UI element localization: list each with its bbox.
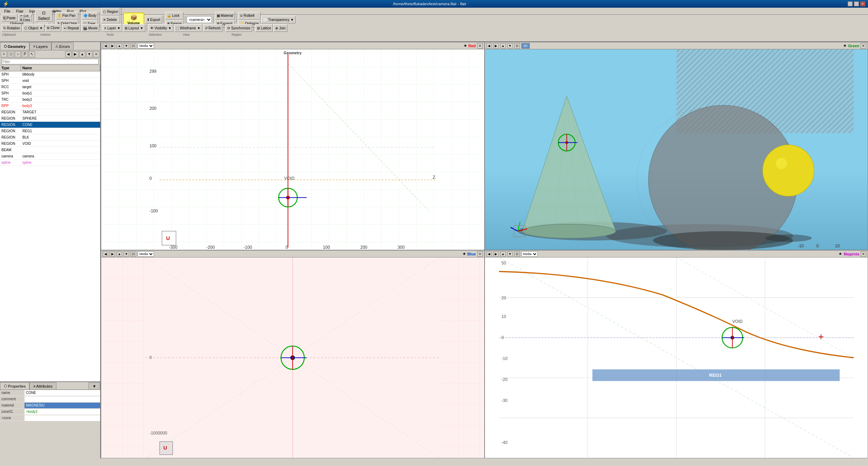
list-item[interactable]: REGION TARGET: [0, 109, 100, 115]
list-item[interactable]: SPH body1: [0, 90, 100, 97]
close-button[interactable]: ✕: [860, 1, 865, 6]
viewport-magenta[interactable]: ◀ ▶ ▲ ▼ ⊡ Media ★ Magenta ✕: [485, 250, 868, 458]
vp-blue-close[interactable]: ✕: [477, 251, 483, 257]
vp-blue-prev[interactable]: ◀: [103, 251, 108, 257]
rotbell-button[interactable]: ⊙ Rotbell: [238, 12, 261, 20]
prop-zone01-value[interactable]: +body2: [25, 409, 100, 415]
clone-button[interactable]: ⧉ Clone: [45, 24, 61, 32]
menu-flair[interactable]: Flair: [13, 8, 26, 14]
export-button[interactable]: ⬆ Export: [145, 16, 162, 23]
vp-red-next[interactable]: ▶: [110, 43, 115, 49]
list-item[interactable]: RCC target: [0, 84, 100, 90]
prop-material-value[interactable]: MAGNESIU: [25, 403, 100, 408]
list-item[interactable]: REGION SPHERE: [0, 115, 100, 122]
minimize-button[interactable]: −: [848, 1, 853, 6]
tab-geometry[interactable]: ⬡ Geometry: [0, 42, 29, 50]
refresh-button[interactable]: ↺ Refresh: [203, 24, 223, 32]
vp-magenta-next[interactable]: ▶: [493, 251, 499, 257]
prop-pluszone-value[interactable]: [25, 415, 100, 421]
vp-red-prev[interactable]: ◀: [103, 43, 108, 49]
vp-blue-fit[interactable]: ⊡: [131, 251, 136, 257]
object-button[interactable]: ⬡ Object ▼: [22, 24, 44, 32]
geo-p-button[interactable]: P: [22, 51, 28, 57]
lock-button[interactable]: 🔒 Lock: [165, 12, 183, 20]
list-item[interactable]: SPH blkbody: [0, 71, 100, 78]
vp-3d-close[interactable]: ✕: [861, 43, 866, 49]
prop-comment-value[interactable]: [25, 396, 100, 402]
movie-button[interactable]: 🎬 Movie: [81, 24, 99, 32]
vp-blue-up[interactable]: ▲: [117, 251, 122, 257]
vp-3d-next[interactable]: ▶: [493, 43, 499, 49]
viewport-red[interactable]: ◀ ▶ ▲ ▼ ⊡ Media ★ Red ✕ Geometry: [101, 42, 485, 250]
vp-3d-prev[interactable]: ◀: [486, 43, 492, 49]
select-button[interactable]: ⊡ Select: [35, 9, 53, 22]
region-button[interactable]: ⬡ Region: [101, 8, 120, 15]
geo-type-button[interactable]: ⬡: [8, 51, 14, 57]
list-item[interactable]: REGION REG1: [0, 128, 100, 134]
cut-button[interactable]: ✂ Cut: [18, 14, 32, 17]
list-item[interactable]: BEAM: [0, 147, 100, 153]
geo-cursor-button[interactable]: ↖: [29, 51, 35, 57]
repeat-button[interactable]: ↩ Repeat: [62, 24, 81, 32]
lattice-button[interactable]: ⊞ Lattice: [255, 24, 273, 32]
list-item[interactable]: TRC body2: [0, 97, 100, 103]
filter-input[interactable]: [1, 59, 99, 64]
layout-button[interactable]: ⊞ Layout ▼: [123, 24, 145, 32]
list-item[interactable]: camera camera: [0, 153, 100, 160]
list-item-spline[interactable]: spline spline: [0, 160, 100, 166]
join-button[interactable]: ⊕ Join: [273, 24, 287, 32]
pan-button[interactable]: ✋ PanPan: [56, 12, 78, 20]
copy-button[interactable]: ⧉ Copy: [18, 18, 32, 21]
body-button[interactable]: 🔷 Body: [82, 12, 98, 20]
vp-3d-down[interactable]: ▼: [507, 43, 513, 49]
camera-select[interactable]: <camera>: [187, 16, 212, 23]
maximize-button[interactable]: □: [854, 1, 859, 6]
geo-add-button[interactable]: +: [1, 51, 7, 57]
material-button[interactable]: ▦ Material: [215, 12, 235, 20]
list-item[interactable]: REGION BLK: [0, 134, 100, 141]
layer-button[interactable]: ≡ Layer ▼: [103, 24, 122, 32]
tab-errors[interactable]: ⚠ Errors: [51, 42, 74, 50]
tab-attributes[interactable]: ≡ Attributes: [29, 382, 56, 389]
vp-3d-fit[interactable]: ⊡: [514, 43, 520, 49]
wireframe-button[interactable]: ⬚ Wireframe ▼: [174, 24, 202, 32]
geo-circle-button[interactable]: ○: [15, 51, 21, 57]
vp-red-close[interactable]: ✕: [477, 43, 483, 49]
vp-magenta-down[interactable]: ▼: [507, 251, 513, 257]
vp-3d-mode[interactable]: 3D: [521, 43, 530, 49]
geo-menu[interactable]: ≡: [93, 51, 99, 57]
vp-magenta-prev[interactable]: ◀: [486, 251, 492, 257]
vp-red-fit[interactable]: ⊡: [131, 43, 136, 49]
prop-name-value[interactable]: CONE: [25, 390, 100, 396]
geo-nav-next[interactable]: ▶: [72, 51, 78, 57]
delete-button[interactable]: ✕ Delete: [101, 16, 120, 23]
vp-red-up[interactable]: ▲: [117, 43, 122, 49]
geo-nav-prev[interactable]: ◀: [65, 51, 71, 57]
geo-nav-up[interactable]: ▲: [79, 51, 85, 57]
vp-blue-next[interactable]: ▶: [110, 251, 115, 257]
vp-3d-up[interactable]: ▲: [500, 43, 506, 49]
transparency-button[interactable]: ⬜ Transparency ▼: [261, 16, 296, 23]
vp-red-media-select[interactable]: Media: [138, 43, 154, 49]
vp-blue-down[interactable]: ▼: [124, 251, 129, 257]
list-item-cone[interactable]: REGION CONE: [0, 122, 100, 128]
viewport-blue[interactable]: ◀ ▶ ▲ ▼ ⊡ Media ★ Blue ✕: [101, 250, 485, 458]
vp-magenta-close[interactable]: ✕: [861, 251, 866, 257]
vp-blue-media-select[interactable]: Media: [138, 251, 154, 257]
menu-file[interactable]: File: [1, 8, 13, 14]
list-item[interactable]: RPP body3: [0, 103, 100, 109]
props-resize[interactable]: ▼: [89, 382, 100, 389]
visibility-button[interactable]: 👁 Visibility ▼: [148, 24, 173, 32]
list-item[interactable]: SPH void: [0, 78, 100, 84]
rotation-button[interactable]: ↻ Rotation: [1, 24, 22, 32]
tab-layers[interactable]: ≡ Layers: [29, 42, 51, 50]
viewport-3d[interactable]: ◀ ▶ ▲ ▼ ⊡ 3D ★ Green ✕: [485, 42, 868, 250]
vp-magenta-fit[interactable]: ⊡: [514, 251, 520, 257]
synchronize-button[interactable]: ⟳ Synchronize: [225, 24, 252, 32]
geo-nav-down[interactable]: ▼: [86, 51, 92, 57]
list-item[interactable]: REGION VOID: [0, 141, 100, 147]
vp-magenta-media-select[interactable]: Media: [521, 251, 538, 257]
tab-properties[interactable]: ⬡ Properties: [0, 382, 29, 389]
vp-magenta-up[interactable]: ▲: [500, 251, 506, 257]
paste-button[interactable]: ⎗ ⎗ Paste Paste: [1, 14, 18, 22]
